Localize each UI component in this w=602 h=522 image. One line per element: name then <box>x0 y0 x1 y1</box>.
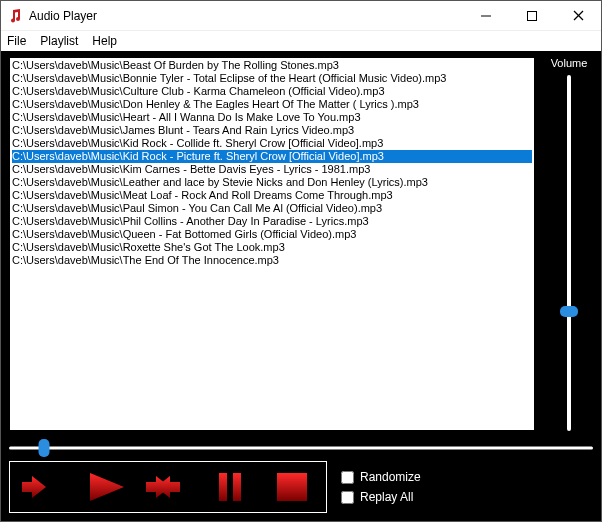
svg-rect-1 <box>528 11 537 20</box>
menu-help[interactable]: Help <box>92 34 117 48</box>
volume-panel: Volume <box>545 57 593 431</box>
track-item[interactable]: C:\Users\daveb\Music\Bonnie Tyler - Tota… <box>12 72 532 85</box>
svg-rect-5 <box>233 473 241 501</box>
track-item[interactable]: C:\Users\daveb\Music\Leather and lace by… <box>12 176 532 189</box>
track-item[interactable]: C:\Users\daveb\Music\Kim Carnes - Bette … <box>12 163 532 176</box>
app-music-icon <box>7 8 23 24</box>
volume-slider[interactable] <box>567 75 571 431</box>
randomize-checkbox[interactable] <box>341 471 354 484</box>
track-item[interactable]: C:\Users\daveb\Music\Paul Simon - You Ca… <box>12 202 532 215</box>
randomize-label: Randomize <box>360 470 421 484</box>
previous-button[interactable] <box>18 466 70 508</box>
randomize-option[interactable]: Randomize <box>341 470 421 484</box>
maximize-button[interactable] <box>509 1 555 31</box>
track-item[interactable]: C:\Users\daveb\Music\Meat Loaf - Rock An… <box>12 189 532 202</box>
options-panel: Randomize Replay All <box>341 470 421 504</box>
next-button[interactable] <box>142 466 194 508</box>
track-item[interactable]: C:\Users\daveb\Music\Beast Of Burden by … <box>12 59 532 72</box>
track-item[interactable]: C:\Users\daveb\Music\Don Henley & The Ea… <box>12 98 532 111</box>
replay-all-label: Replay All <box>360 490 413 504</box>
play-button[interactable] <box>80 466 132 508</box>
minimize-button[interactable] <box>463 1 509 31</box>
menu-playlist[interactable]: Playlist <box>40 34 78 48</box>
seek-slider[interactable] <box>9 441 593 455</box>
stop-button[interactable] <box>266 466 318 508</box>
track-item[interactable]: C:\Users\daveb\Music\The End Of The Inno… <box>12 254 532 267</box>
track-item[interactable]: C:\Users\daveb\Music\Culture Club - Karm… <box>12 85 532 98</box>
seek-thumb[interactable] <box>39 439 50 457</box>
track-item[interactable]: C:\Users\daveb\Music\Kid Rock - Collide … <box>12 137 532 150</box>
track-item[interactable]: C:\Users\daveb\Music\Kid Rock - Picture … <box>12 150 532 163</box>
window-title: Audio Player <box>29 9 97 23</box>
track-item[interactable]: C:\Users\daveb\Music\Roxette She's Got T… <box>12 241 532 254</box>
track-item[interactable]: C:\Users\daveb\Music\Heart - All I Wanna… <box>12 111 532 124</box>
transport-controls <box>9 461 327 513</box>
volume-thumb[interactable] <box>560 306 578 317</box>
track-item[interactable]: C:\Users\daveb\Music\James Blunt - Tears… <box>12 124 532 137</box>
close-button[interactable] <box>555 1 601 31</box>
volume-label: Volume <box>551 57 588 69</box>
menu-file[interactable]: File <box>7 34 26 48</box>
replay-all-checkbox[interactable] <box>341 491 354 504</box>
playlist[interactable]: C:\Users\daveb\Music\Beast Of Burden by … <box>9 57 535 431</box>
replay-all-option[interactable]: Replay All <box>341 490 421 504</box>
svg-rect-4 <box>219 473 227 501</box>
pause-button[interactable] <box>204 466 256 508</box>
main-area: C:\Users\daveb\Music\Beast Of Burden by … <box>1 51 601 521</box>
titlebar: Audio Player <box>1 1 601 31</box>
seek-track <box>9 447 593 450</box>
controls-row: Randomize Replay All <box>9 461 593 513</box>
svg-rect-6 <box>277 473 307 501</box>
track-item[interactable]: C:\Users\daveb\Music\Phil Collins - Anot… <box>12 215 532 228</box>
menubar: File Playlist Help <box>1 31 601 51</box>
track-item[interactable]: C:\Users\daveb\Music\Queen - Fat Bottome… <box>12 228 532 241</box>
